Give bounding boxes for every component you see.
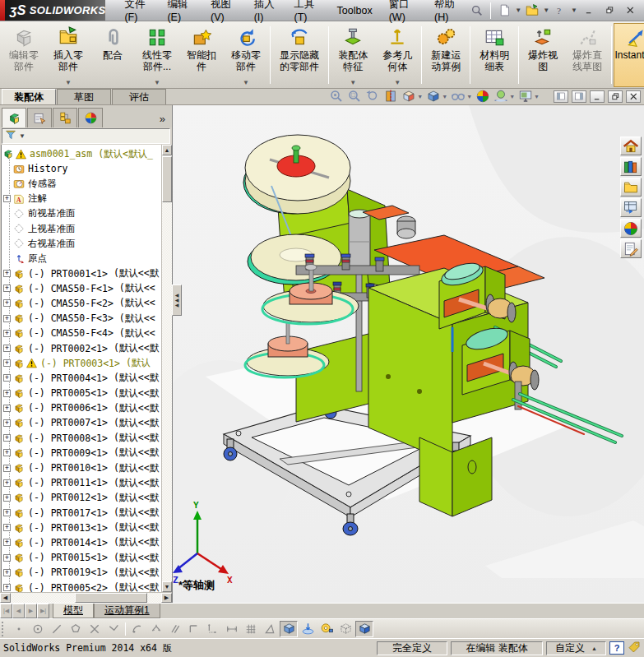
tree-item[interactable]: +A注解	[2, 192, 161, 206]
chevron-down-icon[interactable]: ▼	[466, 94, 472, 99]
tree-item[interactable]: 传感器	[2, 176, 161, 191]
tree-expander[interactable]: +	[3, 405, 11, 412]
tab-nav-prev-button[interactable]: ◀	[12, 604, 25, 618]
tree-item[interactable]: +(-) PRT0012<1>(默认<<默	[2, 490, 161, 505]
taskpane-home-button[interactable]	[620, 136, 642, 155]
tree-item[interactable]: asm0001_asm(默认<默认_	[2, 146, 161, 161]
ribbon-button-instant3d[interactable]: Instant3D	[614, 23, 644, 87]
tab-nav-first-button[interactable]: |◀	[0, 604, 12, 618]
ribbon-button-mate[interactable]: 配合	[90, 23, 135, 87]
tree-filter-bar[interactable]: ▼	[2, 128, 170, 144]
tree-item[interactable]: +(-) CMAS50-F<4>(默认<<	[2, 326, 161, 340]
tree-item[interactable]: +(-) PRT0019<1>(默认<<默	[2, 565, 161, 580]
display-style-button[interactable]: ▼	[425, 89, 448, 104]
chevron-down-icon[interactable]: ▼	[65, 79, 72, 86]
tree-expander[interactable]: +	[3, 524, 11, 531]
chevron-down-icon[interactable]: ▼	[394, 79, 401, 86]
menu-item[interactable]: 视图(V)	[203, 0, 245, 25]
tree-item[interactable]: +(-) PRT0014<1>(默认<<默	[2, 535, 161, 550]
tree-expander[interactable]: +	[3, 330, 11, 337]
tree-vertical-scrollbar[interactable]: ▲ ▼	[161, 145, 172, 592]
tree-item[interactable]: +(-) PRT0017<1>(默认<<默	[2, 506, 161, 521]
tree-item[interactable]: +(-) CMAS50-F<1>(默认<<	[2, 281, 161, 296]
zoom-area-button[interactable]	[346, 89, 363, 104]
section-view-button[interactable]	[382, 89, 399, 104]
graphics-area[interactable]: Y X Z *等轴测	[173, 105, 644, 603]
view-orientation-button[interactable]: ▼	[401, 89, 424, 104]
tab-草图[interactable]: 草图	[57, 89, 111, 104]
tree-item[interactable]: 右视基准面	[2, 236, 161, 251]
tree-item[interactable]: +(-) PRT0006<1>(默认<<默	[2, 400, 161, 415]
scroll-thumb-horizontal[interactable]	[75, 593, 147, 603]
chevron-down-icon[interactable]: ▼	[154, 79, 160, 86]
tree-item[interactable]: +(-) PRT0001<1>(默认<<默	[2, 266, 161, 281]
tree-expander[interactable]: +	[3, 285, 11, 292]
ribbon-button-show-hidden[interactable]: 显示隐藏的零部件	[272, 23, 327, 87]
tree-expander[interactable]: +	[3, 359, 11, 367]
scroll-down-button[interactable]: ▼	[162, 581, 172, 592]
solid-cube-button[interactable]	[355, 621, 373, 637]
tab-nav-last-button[interactable]: ▶|	[37, 604, 49, 618]
model-3d-view[interactable]: Y X Z	[173, 105, 644, 603]
ribbon-button-move-component[interactable]: 移动零部件▼	[224, 23, 268, 87]
status-custom-dropdown[interactable]: 自定义 ▲	[546, 641, 606, 655]
ribbon-button-smart-fasteners[interactable]: 智能扣件	[179, 23, 224, 87]
scroll-up-button[interactable]: ▲	[162, 145, 172, 155]
tree-item[interactable]: 前视基准面	[2, 206, 161, 221]
tab-评估[interactable]: 评估	[112, 89, 166, 104]
tree-expander[interactable]: +	[3, 315, 11, 322]
taskpane-view-palette-button[interactable]	[620, 198, 642, 217]
chevron-down-icon[interactable]: ▼	[515, 7, 521, 14]
ribbon-button-insert-component[interactable]: 插入零部件▼	[46, 23, 90, 87]
doc-window-pane-left-button[interactable]	[554, 90, 568, 103]
toolbar-drag-handle[interactable]	[2, 622, 6, 636]
tree-expander[interactable]: +	[3, 494, 11, 502]
tree-item[interactable]: +(-) PRT0002<1>(默认<<默	[2, 340, 161, 355]
tree-expander[interactable]: +	[3, 390, 11, 397]
tree-expander[interactable]: +	[3, 554, 11, 562]
tree-expander[interactable]: +	[3, 270, 11, 277]
chevron-down-icon[interactable]: ▼	[417, 94, 423, 99]
close-button[interactable]	[621, 3, 639, 18]
ribbon-button-reference-geometry[interactable]: 参考几何体▼	[375, 23, 419, 87]
manager-tab-displaymanager[interactable]	[78, 108, 103, 127]
taskpane-design-library-button[interactable]	[620, 157, 642, 176]
help-button[interactable]: ?	[552, 2, 568, 19]
tree-horizontal-scrollbar[interactable]: ◀ ▶	[0, 592, 172, 603]
tree-expander[interactable]: +	[3, 509, 11, 516]
tree-item[interactable]: +(-) PRT0005<2>(默认<<默	[2, 580, 161, 592]
tab-nav-next-button[interactable]: ▶	[25, 604, 37, 618]
manager-tabs-overflow[interactable]: »	[160, 113, 170, 127]
tree-expander[interactable]: +	[3, 584, 11, 591]
tree-item[interactable]: +(-) PRT0015<1>(默认<<默	[2, 550, 161, 565]
manager-tab-propertymanager[interactable]	[27, 108, 52, 127]
tree-expander[interactable]: +	[3, 195, 11, 202]
chevron-down-icon[interactable]: ▼	[509, 94, 515, 99]
menu-item[interactable]: 文件(F)	[117, 0, 158, 25]
scroll-track[interactable]	[162, 202, 172, 581]
status-help-button[interactable]: ?	[609, 641, 624, 655]
scroll-thumb[interactable]	[162, 156, 172, 202]
tree-item[interactable]: +(-) PRT0009<1>(默认<<默	[2, 446, 161, 460]
tree-item[interactable]: 上视基准面	[2, 221, 161, 236]
doc-window-minimize-button[interactable]	[590, 90, 605, 103]
chevron-down-icon[interactable]: ▼	[571, 7, 577, 14]
tag-icon[interactable]	[628, 641, 641, 656]
edit-appearance-button[interactable]	[475, 89, 491, 104]
tree-item[interactable]: History	[2, 161, 161, 176]
tree-item[interactable]: +(-) PRT0013<1>(默认<<默	[2, 521, 161, 535]
tree-item[interactable]: +(-) PRT0008<1>(默认<<默	[2, 431, 161, 446]
tree-expander[interactable]: +	[3, 345, 11, 352]
menu-item[interactable]: 帮助(H)	[427, 0, 469, 25]
tab-运动算例1[interactable]: 运动算例1	[94, 604, 160, 618]
tree-item[interactable]: +(-) PRT0007<1>(默认<<默	[2, 415, 161, 430]
manager-tab-configurationmanager[interactable]	[53, 108, 77, 127]
tree-item[interactable]: +(-) PRT0011<1>(默认<<默	[2, 475, 161, 490]
menu-item[interactable]: 窗口(W)	[382, 0, 425, 25]
menu-item[interactable]: 编辑(E)	[160, 0, 202, 25]
tree-item[interactable]: +(-) PRT0003<1>(默认	[2, 356, 161, 371]
tab-装配体[interactable]: 装配体	[2, 89, 56, 104]
menu-item[interactable]: Toolbox	[330, 2, 380, 19]
search-button[interactable]	[469, 2, 485, 19]
maximize-button[interactable]	[600, 3, 619, 18]
